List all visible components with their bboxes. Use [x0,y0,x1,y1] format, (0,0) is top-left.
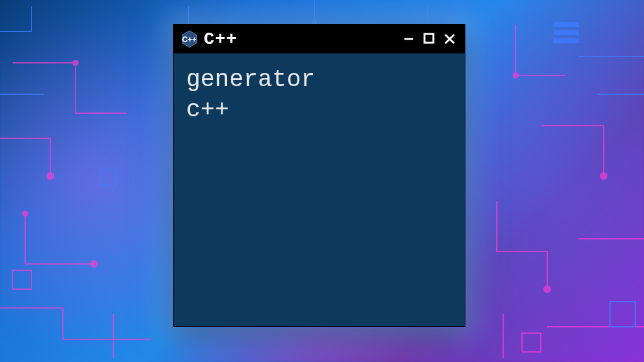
close-button[interactable] [441,30,458,48]
svg-point-7 [544,286,550,292]
svg-rect-13 [101,170,116,185]
window-controls [401,30,458,48]
content-line-1: generator [186,65,452,95]
svg-point-3 [91,261,97,267]
terminal-window: C++ C++ generator c++ [173,24,465,327]
content-line-2: c++ [186,95,452,125]
svg-rect-8 [522,333,541,352]
svg-point-5 [513,73,518,78]
maximize-button[interactable] [421,30,438,48]
titlebar[interactable]: C++ C++ [174,25,465,53]
terminal-content: generator c++ [174,53,465,326]
svg-rect-14 [610,302,635,327]
svg-point-1 [47,173,53,179]
svg-text:C++: C++ [182,35,196,44]
window-title: C++ [204,30,396,49]
svg-rect-4 [13,270,31,289]
minimize-button[interactable] [401,30,418,48]
svg-rect-10 [553,30,579,35]
svg-point-0 [73,60,78,65]
svg-rect-11 [553,38,579,43]
svg-point-2 [23,211,28,216]
svg-rect-9 [553,22,579,27]
cpp-app-icon: C++ [180,30,199,48]
svg-rect-18 [425,34,433,43]
svg-point-6 [601,173,607,179]
